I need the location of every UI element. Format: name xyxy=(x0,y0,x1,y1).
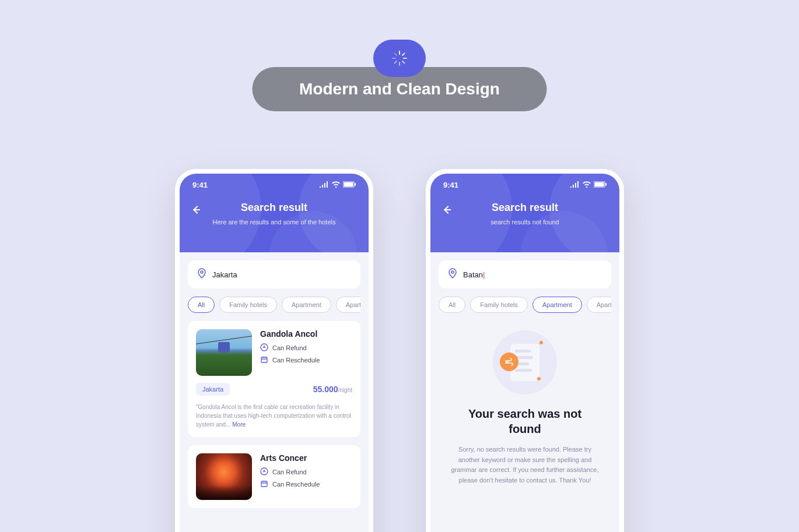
phone-mockup-results: 9:41 Search result Here are the results … xyxy=(175,169,373,532)
filter-chip-apart[interactable]: Apart xyxy=(587,297,611,313)
empty-message: Sorry, no search results were found. Ple… xyxy=(444,445,605,485)
phone-header: 9:41 Search result Here are the results … xyxy=(180,174,369,252)
svg-rect-5 xyxy=(261,357,267,362)
result-image xyxy=(196,453,252,500)
status-time: 9:41 xyxy=(443,181,458,189)
result-image xyxy=(196,329,252,376)
empty-title: Your search was not found xyxy=(444,406,605,436)
wifi-icon xyxy=(582,181,591,189)
filter-chip-apartment[interactable]: Apartment xyxy=(282,297,331,313)
status-bar: 9:41 xyxy=(180,181,369,189)
svg-rect-10 xyxy=(605,183,607,186)
filter-chips: All Family hotels Apartment Apart xyxy=(439,297,611,313)
back-button[interactable] xyxy=(441,204,453,216)
status-icons xyxy=(570,181,607,189)
result-title: Arts Concer xyxy=(260,453,352,463)
phone-header: 9:41 Search result search results not fo… xyxy=(430,174,619,252)
filter-chip-family[interactable]: Family hotels xyxy=(470,297,528,313)
svg-rect-2 xyxy=(355,183,356,186)
filter-chip-all[interactable]: All xyxy=(188,297,215,313)
search-value: Batan| xyxy=(463,270,485,279)
signal-icon xyxy=(320,181,329,189)
price: 55.000/night xyxy=(313,385,352,394)
more-link[interactable]: More xyxy=(232,421,246,428)
result-description: "Gondola Ancol is the first cable car re… xyxy=(196,403,352,429)
result-title: Gandola Ancol xyxy=(260,329,352,339)
filter-chip-family[interactable]: Family hotels xyxy=(219,297,277,313)
empty-state: Your search was not found Sorry, no sear… xyxy=(439,313,611,485)
battery-icon xyxy=(343,181,356,189)
result-card[interactable]: Gandola Ancol Can Refund Can Reschedule … xyxy=(188,321,360,437)
spinner-badge xyxy=(373,40,426,77)
spinner-icon xyxy=(392,51,407,66)
status-bar: 9:41 xyxy=(430,181,619,189)
page-subtitle: Here are the results and some of the hot… xyxy=(180,217,369,227)
feature-refund: Can Refund xyxy=(272,344,307,351)
refund-icon xyxy=(260,467,268,477)
page-title: Search result xyxy=(180,202,369,214)
page-title: Search result xyxy=(430,202,619,214)
feature-reschedule: Can Reschedule xyxy=(272,357,320,364)
signal-icon xyxy=(570,181,580,189)
refund-icon xyxy=(260,343,268,353)
filter-chip-apartment[interactable]: Apartment xyxy=(532,297,582,313)
calendar-icon xyxy=(260,355,268,365)
svg-rect-9 xyxy=(595,182,604,187)
banner-title: Modern and Clean Design xyxy=(285,80,515,98)
location-pin-icon xyxy=(197,268,206,281)
battery-icon xyxy=(594,181,607,189)
filter-chip-all[interactable]: All xyxy=(439,297,465,313)
feature-refund: Can Refund xyxy=(272,468,307,475)
svg-rect-1 xyxy=(344,182,353,187)
search-input[interactable]: Batan| xyxy=(439,260,611,288)
search-input[interactable]: Jakarta xyxy=(188,260,360,288)
feature-reschedule: Can Reschedule xyxy=(272,481,320,488)
filter-chips: All Family hotels Apartment Apart xyxy=(188,297,360,313)
search-value: Jakarta xyxy=(212,270,237,279)
location-tag: Jakarta xyxy=(196,383,230,396)
status-icons xyxy=(320,181,356,189)
back-button[interactable] xyxy=(190,204,202,216)
svg-point-3 xyxy=(201,271,203,273)
phone-mockup-empty: 9:41 Search result search results not fo… xyxy=(426,169,624,532)
wind-icon xyxy=(500,353,518,371)
calendar-icon xyxy=(260,480,268,489)
filter-chip-apart[interactable]: Apart xyxy=(336,297,360,313)
status-time: 9:41 xyxy=(192,181,208,189)
page-subtitle: search results not found xyxy=(430,217,619,227)
location-pin-icon xyxy=(448,268,457,281)
empty-illustration xyxy=(493,330,557,394)
result-card[interactable]: Arts Concer Can Refund Can Reschedule xyxy=(188,445,360,508)
wifi-icon xyxy=(331,181,341,189)
svg-point-11 xyxy=(451,271,454,273)
svg-rect-7 xyxy=(261,481,267,487)
